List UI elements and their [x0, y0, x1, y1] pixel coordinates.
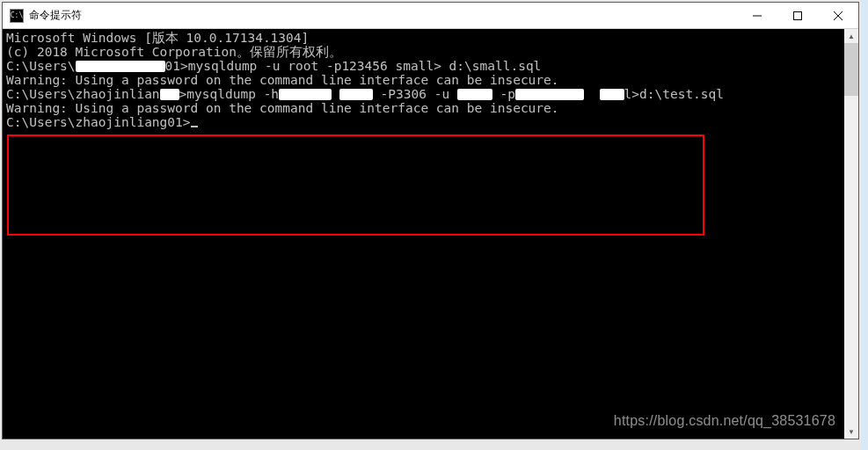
redacted-text [339, 89, 373, 100]
maximize-button[interactable] [777, 3, 818, 28]
command-text: l>d:\test.sql [624, 87, 725, 101]
redacted-text [515, 89, 584, 100]
titlebar[interactable]: C:\ 命令提示符 [3, 3, 858, 29]
command-prompt-window: C:\ 命令提示符 Microsoft Windows [版本 10.0.171… [2, 2, 859, 439]
window-controls [737, 3, 858, 28]
scroll-down-button[interactable]: ▼ [844, 425, 858, 439]
svg-rect-1 [794, 11, 802, 19]
prompt-text: C:\Users\ [6, 59, 76, 73]
redacted-text [600, 89, 624, 100]
terminal-output[interactable]: Microsoft Windows [版本 10.0.17134.1304](c… [3, 29, 844, 439]
prompt-text: C:\Users\zhaojinliang01> [6, 115, 191, 129]
page-background-sliver [861, 0, 868, 450]
command-text: -P3306 -u [373, 87, 457, 101]
close-button[interactable] [818, 3, 858, 28]
output-line: Warning: Using a password on the command… [6, 73, 844, 87]
highlight-box [7, 134, 704, 236]
scroll-up-button[interactable]: ▲ [844, 29, 858, 43]
output-line: (c) 2018 Microsoft Corporation。保留所有权利。 [6, 45, 844, 59]
output-line: Microsoft Windows [版本 10.0.17134.1304] [6, 31, 844, 45]
output-line: C:\Users\zhaojinliang01> [6, 115, 844, 129]
terminal-container: Microsoft Windows [版本 10.0.17134.1304](c… [3, 29, 858, 439]
vertical-scrollbar[interactable]: ▲ ▼ [844, 29, 858, 439]
output-line: Warning: Using a password on the command… [6, 101, 844, 115]
output-line: C:\Users\zhaojinlian>mysqldump -h -P3306… [6, 87, 844, 101]
window-title: 命令提示符 [29, 8, 737, 23]
command-text: mysqldump -h [186, 87, 279, 101]
output-line: C:\Users\01>mysqldump -u root -p123456 s… [6, 59, 844, 73]
watermark-text: https://blog.csdn.net/qq_38531678 [614, 414, 835, 428]
minimize-button[interactable] [737, 3, 777, 28]
prompt-text: C:\Users\zhaojinlian [6, 87, 160, 101]
scroll-thumb[interactable] [844, 43, 858, 96]
redacted-text [160, 89, 179, 100]
redacted-text [279, 89, 332, 100]
redacted-text [457, 89, 492, 100]
app-icon: C:\ [10, 9, 24, 23]
redacted-text [76, 61, 165, 72]
cursor [191, 126, 198, 127]
prompt-text: 01> [165, 59, 188, 73]
command-text: -p [492, 87, 515, 101]
command-text: mysqldump -u root -p123456 small> d:\sma… [188, 59, 542, 73]
